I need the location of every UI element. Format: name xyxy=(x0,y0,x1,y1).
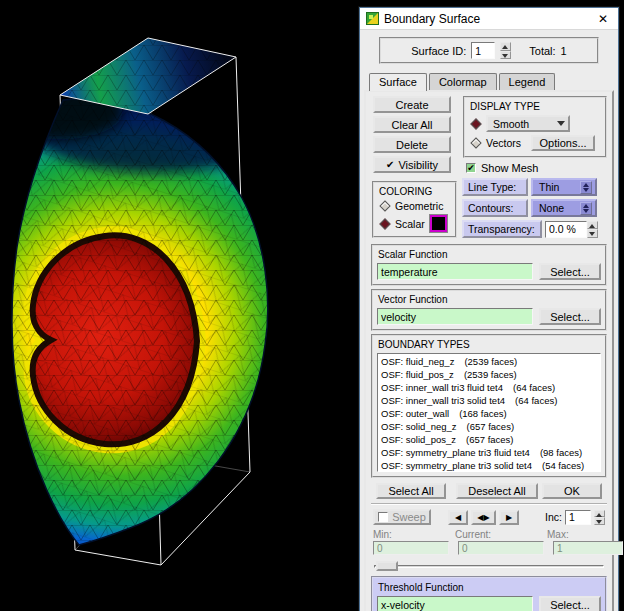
sweep-max-label: Max: xyxy=(547,529,569,540)
visibility-label: Visibility xyxy=(398,159,438,171)
inc-stepper[interactable] xyxy=(594,510,605,525)
sweep-forward-button[interactable]: ▶ xyxy=(499,510,519,525)
spinner-up-icon[interactable] xyxy=(500,42,511,51)
tab-bar: Surface Colormap Legend xyxy=(369,73,614,91)
scalar-radio[interactable] xyxy=(379,218,390,229)
vector-function-input[interactable] xyxy=(377,308,533,325)
list-item[interactable]: OSF: solid_neg_z(657 faces) xyxy=(381,420,597,433)
list-item[interactable]: OSF: fluid_neg_z(2539 faces) xyxy=(381,355,597,368)
threshold-select-button[interactable]: Select... xyxy=(539,596,601,611)
deselect-all-button[interactable]: Deselect All xyxy=(456,483,538,499)
contours-dropdown[interactable]: None xyxy=(531,199,597,217)
boundary-surface-window: Boundary Surface ✕ Surface ID: Total: 1 … xyxy=(359,7,619,611)
option-menu-grip-icon xyxy=(580,202,592,215)
display-options-column: DISPLAY TYPE Smooth Vectors Options... xyxy=(458,96,608,241)
smooth-dropdown[interactable]: Smooth xyxy=(486,115,570,132)
display-type-group: DISPLAY TYPE Smooth Vectors Options... xyxy=(463,96,607,158)
visibility-checkbox[interactable]: ✔ Visibility xyxy=(373,156,451,173)
select-all-button[interactable]: Select All xyxy=(376,483,446,499)
sweep-controls: Sweep ◀ ◀▶ ▶ Inc: xyxy=(373,509,605,525)
boundary-types-list[interactable]: OSF: fluid_neg_z(2539 faces) OSF: fluid_… xyxy=(377,353,601,472)
sweep-bounce-button[interactable]: ◀▶ xyxy=(471,510,496,525)
vector-function-group: Vector Function Select... xyxy=(371,289,607,331)
surface-tab-panel: Create Clear All Delete ✔ Visibility COL… xyxy=(364,90,614,611)
spinner-up-icon[interactable] xyxy=(587,221,598,230)
spinner-down-icon[interactable] xyxy=(500,51,511,60)
sweep-label: Sweep xyxy=(392,511,426,523)
tab-surface[interactable]: Surface xyxy=(369,73,427,91)
total-value: 1 xyxy=(561,45,567,57)
scalar-function-title: Scalar Function xyxy=(378,249,601,260)
threshold-title: Threshold Function xyxy=(378,582,601,593)
tab-legend[interactable]: Legend xyxy=(499,73,556,91)
contours-value: None xyxy=(539,202,564,214)
surface-buttons-column: Create Clear All Delete ✔ Visibility COL… xyxy=(370,96,458,241)
delete-button[interactable]: Delete xyxy=(373,136,451,153)
list-item[interactable]: OSF: symmetry_plane tri3 solid tet4(54 f… xyxy=(381,459,597,472)
surface-id-panel: Surface ID: Total: 1 xyxy=(379,37,599,64)
create-button[interactable]: Create xyxy=(373,96,451,113)
app-icon xyxy=(366,12,379,25)
list-item[interactable]: OSF: outer_wall(168 faces) xyxy=(381,407,597,420)
smooth-value: Smooth xyxy=(493,118,529,130)
scalar-function-input[interactable] xyxy=(377,263,533,280)
viewport-3d[interactable] xyxy=(0,0,360,611)
total-label: Total: xyxy=(529,45,555,57)
list-item[interactable]: OSF: solid_pos_z(657 faces) xyxy=(381,433,597,446)
surface-id-input[interactable] xyxy=(471,42,495,59)
scalar-select-button[interactable]: Select... xyxy=(539,263,601,280)
list-item[interactable]: OSF: symmetry_plane tri3 fluid tet4(98 f… xyxy=(381,446,597,459)
spinner-down-icon[interactable] xyxy=(594,517,605,525)
sweep-min-label: Min: xyxy=(373,529,455,540)
clear-all-button[interactable]: Clear All xyxy=(373,116,451,133)
geometric-color-swatch[interactable] xyxy=(430,215,447,232)
spinner-down-icon[interactable] xyxy=(587,229,598,238)
vectors-label: Vectors xyxy=(486,137,521,149)
line-type-value: Thin xyxy=(539,181,559,193)
threshold-function-input[interactable] xyxy=(377,596,533,611)
titlebar: Boundary Surface ✕ xyxy=(360,8,618,30)
sweep-checkbox[interactable]: Sweep xyxy=(373,509,431,525)
list-item[interactable]: OSF: inner_wall tri3 solid tet4(64 faces… xyxy=(381,394,597,407)
transparency-stepper[interactable] xyxy=(587,221,598,238)
sweep-min-field xyxy=(373,541,449,555)
list-item[interactable]: OSF: fluid_pos_z(2539 faces) xyxy=(381,368,597,381)
geometric-label: Geometric xyxy=(395,200,443,212)
window-title: Boundary Surface xyxy=(384,12,589,26)
line-type-dropdown[interactable]: Thin xyxy=(531,178,597,196)
show-mesh-checkbox[interactable]: ✔ xyxy=(466,163,476,173)
surface-id-stepper[interactable] xyxy=(500,42,511,59)
options-button[interactable]: Options... xyxy=(531,135,595,151)
sweep-current-field xyxy=(458,541,544,555)
separator xyxy=(371,503,607,505)
smooth-radio[interactable] xyxy=(470,118,481,129)
boundary-types-title: BOUNDARY TYPES xyxy=(378,339,601,350)
inc-input[interactable] xyxy=(565,510,591,525)
threshold-function-group: Threshold Function Select... Min: Max: xyxy=(371,576,607,611)
sweep-current-label: Current: xyxy=(455,529,547,540)
show-mesh-label: Show Mesh xyxy=(481,162,538,174)
scalar-function-group: Scalar Function Select... xyxy=(371,244,607,286)
tab-colormap[interactable]: Colormap xyxy=(429,73,497,91)
inc-label: Inc: xyxy=(545,511,562,523)
sweep-range-labels: Min: Current: Max: xyxy=(373,529,605,540)
option-menu-grip-icon xyxy=(580,181,592,194)
check-icon: ✔ xyxy=(386,159,394,170)
slider-thumb[interactable] xyxy=(376,561,398,571)
display-type-title: DISPLAY TYPE xyxy=(470,101,601,112)
ok-button[interactable]: OK xyxy=(542,483,602,499)
close-icon[interactable]: ✕ xyxy=(594,12,612,26)
scalar-label: Scalar xyxy=(395,218,425,230)
geometric-radio[interactable] xyxy=(379,200,390,211)
chevron-down-icon xyxy=(557,121,565,126)
vector-select-button[interactable]: Select... xyxy=(539,308,601,325)
transparency-input[interactable] xyxy=(545,221,587,238)
sweep-max-field xyxy=(553,541,623,555)
vectors-radio[interactable] xyxy=(470,137,481,148)
spinner-up-icon[interactable] xyxy=(594,510,605,518)
boundary-types-group: BOUNDARY TYPES OSF: fluid_neg_z(2539 fac… xyxy=(371,334,607,478)
line-type-label: Line Type: xyxy=(462,178,528,196)
sweep-back-button[interactable]: ◀ xyxy=(448,510,468,525)
list-item[interactable]: OSF: inner_wall tri3 fluid tet4(64 faces… xyxy=(381,381,597,394)
vector-function-title: Vector Function xyxy=(378,294,601,305)
